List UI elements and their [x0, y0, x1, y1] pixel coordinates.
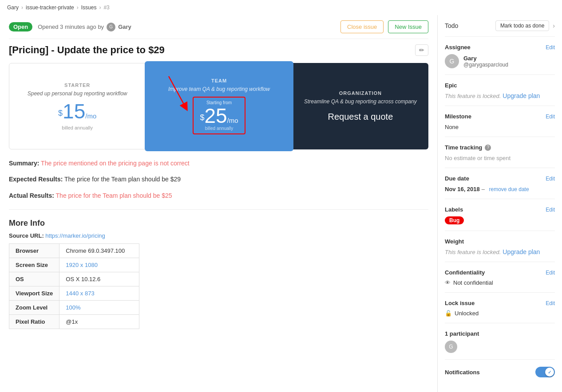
assignee-section: Assignee Edit G Gary @garygasparcloud: [445, 44, 555, 75]
table-row: Screen Size1920 x 1080: [9, 258, 139, 272]
todo-section: Todo Mark todo as done ›: [445, 20, 555, 37]
info-table: BrowserChrome 69.0.3497.100Screen Size19…: [9, 243, 139, 329]
milestone-section: Milestone Edit None: [445, 113, 555, 137]
confidentiality-edit-link[interactable]: Edit: [546, 270, 555, 276]
due-date-value: Nov 16, 2018: [445, 186, 480, 192]
table-row: Viewport Size1440 x 873: [9, 286, 139, 301]
breadcrumb-repo[interactable]: issue-tracker-private: [26, 4, 74, 11]
confidentiality-value: Not confidential: [453, 279, 493, 286]
breadcrumb-issues[interactable]: Issues: [81, 4, 97, 11]
source-url-link[interactable]: https://marker.io/pricing: [45, 232, 105, 239]
table-row: Zoom Level100%: [9, 301, 139, 315]
time-tracking-section: Time tracking ? No estimate or time spen…: [445, 144, 555, 168]
breadcrumb: Gary › issue-tracker-private › Issues › …: [0, 0, 562, 15]
epic-upgrade-link[interactable]: Upgrade plan: [503, 92, 540, 99]
org-plan-name: ORGANIZATION: [339, 90, 382, 96]
actual-paragraph: Actual Results: The price for the Team p…: [9, 191, 428, 200]
help-icon[interactable]: ?: [485, 145, 491, 151]
weight-title: Weight: [445, 238, 464, 245]
breadcrumb-gary[interactable]: Gary: [7, 4, 19, 11]
table-row: BrowserChrome 69.0.3497.100: [9, 244, 139, 258]
new-issue-button[interactable]: New Issue: [388, 20, 428, 33]
summary-paragraph: Summary: The price mentioned on the pric…: [9, 158, 428, 168]
notifications-toggle[interactable]: ✓: [535, 367, 555, 377]
due-date-edit-link[interactable]: Edit: [546, 176, 555, 182]
issue-title: [Pricing] - Update the price to $29: [9, 44, 411, 56]
remove-due-date-link[interactable]: remove due date: [489, 186, 529, 192]
source-url-row: Source URL: https://marker.io/pricing: [9, 232, 428, 239]
eye-icon: 👁: [445, 279, 451, 286]
labels-edit-link[interactable]: Edit: [546, 207, 555, 213]
opened-text: Opened 3 minutes ago by G Gary: [38, 23, 131, 31]
team-plan-name: TEAM: [211, 78, 227, 83]
time-tracking-title: Time tracking: [445, 144, 482, 151]
assignee-handle: @garygasparcloud: [463, 62, 508, 68]
assignee-title: Assignee: [445, 44, 471, 51]
table-row: Pixel Ratio@1x: [9, 315, 139, 329]
lock-section: Lock issue Edit 🔓 Unlocked: [445, 300, 555, 323]
lock-value: Unlocked: [455, 310, 479, 317]
mark-done-button[interactable]: Mark todo as done: [495, 20, 549, 31]
label-bug-badge: Bug: [445, 216, 464, 224]
org-plan: ORGANIZATION Streamline QA & bug reporti…: [293, 63, 428, 149]
weight-upgrade-link[interactable]: Upgrade plan: [503, 248, 540, 255]
author-name: Gary: [118, 24, 131, 30]
divider: [9, 209, 428, 210]
assignee-info: G Gary @garygasparcloud: [445, 54, 555, 68]
labels-section: Labels Edit Bug: [445, 206, 555, 231]
weight-locked-text: This feature is locked.: [445, 249, 501, 255]
issue-header: Open Opened 3 minutes ago by G Gary Clos…: [9, 15, 428, 39]
chevron-right-icon: ›: [553, 22, 555, 29]
participants-title: 1 participant: [445, 330, 555, 337]
epic-section: Epic This feature is locked. Upgrade pla…: [445, 82, 555, 106]
starter-plan-desc: Speed up personal bug reporting workflow: [28, 90, 127, 97]
issue-title-row: [Pricing] - Update the price to $29 ✏: [9, 44, 428, 56]
breadcrumb-issue-number: #3: [103, 4, 109, 11]
milestone-edit-link[interactable]: Edit: [546, 114, 555, 120]
due-date-section: Due date Edit Nov 16, 2018 – remove due …: [445, 175, 555, 199]
sidebar: Todo Mark todo as done › Assignee Edit G…: [438, 15, 562, 392]
lock-title: Lock issue: [445, 300, 475, 306]
starter-plan-name: STARTER: [64, 82, 90, 88]
lock-icon: 🔓: [445, 310, 452, 317]
participants-section: 1 participant G: [445, 330, 555, 360]
status-badge: Open: [9, 22, 32, 31]
assignee-name: Gary: [463, 55, 508, 62]
notifications-section: Notifications ✓: [445, 367, 555, 377]
team-plan-desc: Improve team QA & bug reporting workflow: [168, 86, 270, 92]
team-plan: TEAM Improve team QA & bug reporting wor…: [145, 61, 293, 151]
toggle-knob: ✓: [545, 368, 554, 376]
notifications-label: Notifications: [445, 369, 480, 376]
org-quote: Request a quote: [328, 112, 393, 122]
time-tracking-value: No estimate or time spent: [445, 155, 511, 161]
todo-label: Todo: [445, 22, 458, 29]
author-avatar: G: [107, 23, 115, 31]
org-plan-desc: Streamline QA & bug reporting across com…: [304, 98, 417, 105]
table-row: OSOS X 10.12.6: [9, 272, 139, 286]
starter-billed: billed annually: [62, 125, 93, 130]
team-billed: billed annually: [200, 126, 238, 131]
lock-edit-link[interactable]: Edit: [546, 300, 555, 306]
weight-section: Weight This feature is locked. Upgrade p…: [445, 238, 555, 262]
epic-locked-text: This feature is locked.: [445, 93, 501, 99]
starter-plan: STARTER Speed up personal bug reporting …: [9, 63, 146, 149]
pricing-image: STARTER Speed up personal bug reporting …: [9, 63, 428, 149]
epic-title: Epic: [445, 82, 457, 89]
due-date-title: Due date: [445, 175, 469, 182]
expected-paragraph: Expected Results: The price for the Team…: [9, 174, 428, 184]
content-area: Open Opened 3 minutes ago by G Gary Clos…: [0, 15, 438, 392]
assignee-avatar: G: [445, 54, 459, 68]
milestone-title: Milestone: [445, 113, 471, 120]
confidentiality-title: Confidentiality: [445, 269, 485, 276]
confidentiality-section: Confidentiality Edit 👁 Not confidential: [445, 269, 555, 293]
more-info-section: More Info Source URL: https://marker.io/…: [9, 219, 428, 329]
milestone-value: None: [445, 124, 459, 130]
labels-title: Labels: [445, 206, 463, 213]
close-issue-button[interactable]: Close issue: [340, 20, 384, 33]
edit-title-button[interactable]: ✏: [415, 44, 428, 56]
participant-avatar: G: [445, 341, 457, 353]
more-info-title: More Info: [9, 219, 428, 228]
assignee-edit-link[interactable]: Edit: [546, 44, 555, 51]
issue-body: Summary: The price mentioned on the pric…: [9, 158, 428, 200]
